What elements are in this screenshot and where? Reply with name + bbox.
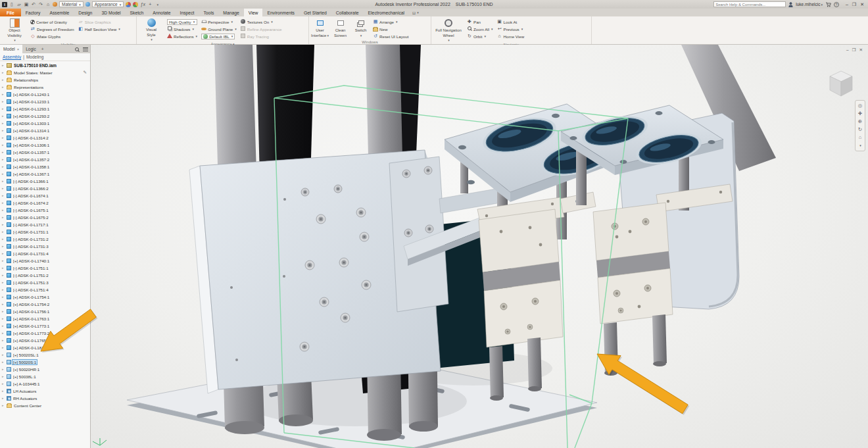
tree-item[interactable]: [-] ADSK-0-L1674:2 xyxy=(0,199,90,207)
home-icon[interactable]: ⌂ xyxy=(45,2,51,7)
tree-item[interactable]: [+] A-103445:1 xyxy=(0,380,90,387)
half-section-view-button[interactable]: ◧ Half Section View xyxy=(78,26,121,32)
color-palette-icon[interactable] xyxy=(126,2,131,7)
expand-chevron-icon[interactable] xyxy=(2,228,5,236)
tree-item[interactable]: [+] ADSK-0-L1303:1 xyxy=(0,120,90,127)
color-palette2-icon[interactable] xyxy=(133,2,138,7)
save-icon[interactable]: ▣ xyxy=(24,2,29,7)
tree-item[interactable]: [+] ADSK-0-L1763:1 xyxy=(0,315,90,322)
tree-item[interactable]: [-] ADSK-0-L1731:2 xyxy=(0,236,90,243)
expand-chevron-icon[interactable] xyxy=(2,351,5,359)
tree-item[interactable]: [+] ADSK-0-L1811:1 xyxy=(0,344,90,351)
tree-item[interactable]: [+] 50020HR:1 xyxy=(0,366,90,373)
orbit-button[interactable]: ↻ Orbit xyxy=(466,33,494,39)
navbar-zoom-icon[interactable]: ⊕ xyxy=(858,118,862,124)
zoom-all-button[interactable]: Zoom All xyxy=(466,26,494,32)
minimize-button[interactable]: – xyxy=(846,2,848,7)
expand-chevron-icon[interactable] xyxy=(2,322,5,330)
full-navigation-wheel-button[interactable]: Full Navigation Wheel xyxy=(433,18,464,42)
tree-item[interactable]: [-] ADSK-0-L1675:2 xyxy=(0,214,90,221)
expand-chevron-icon[interactable] xyxy=(2,76,5,84)
new-file-icon[interactable]: ▯ xyxy=(9,2,14,7)
ribbon-tab[interactable]: Get Started xyxy=(299,9,331,16)
navbar-orbit-icon[interactable]: ↻ xyxy=(858,126,862,132)
expand-chevron-icon[interactable] xyxy=(2,134,5,141)
tree-item[interactable]: [+] ADSK-0-L1243:1 xyxy=(0,91,90,98)
expand-chevron-icon[interactable] xyxy=(2,395,5,402)
search-input[interactable] xyxy=(713,1,786,7)
tree-item[interactable]: [-] ADSK-0-L1751:4 xyxy=(0,286,90,293)
tree-item[interactable]: [+] 50038L:1 xyxy=(0,373,90,380)
expand-chevron-icon[interactable] xyxy=(2,199,5,207)
expand-chevron-icon[interactable] xyxy=(2,402,5,409)
expand-chevron-icon[interactable] xyxy=(2,156,5,163)
center-of-gravity-button[interactable]: Center of Gravity xyxy=(30,18,75,25)
ribbon-tab[interactable]: Design xyxy=(74,9,97,16)
tree-item[interactable]: [-] ADSK-0-L1366:2 xyxy=(0,185,90,192)
ribbon-tab[interactable]: Sketch xyxy=(126,9,149,16)
tree-item[interactable]: [-] ADSK-0-L1314:2 xyxy=(0,134,90,141)
expand-chevron-icon[interactable] xyxy=(2,105,5,112)
expand-chevron-icon[interactable] xyxy=(2,272,5,279)
user-interface-button[interactable]: User Interface xyxy=(311,18,329,39)
expand-chevron-icon[interactable] xyxy=(2,170,5,178)
tree-item[interactable]: [+] ADSK-0-L1358:1 xyxy=(0,163,90,170)
tree-item[interactable]: Model States: Master xyxy=(0,69,90,76)
ribbon-tab[interactable]: Factory xyxy=(21,9,45,16)
mode-modeling-link[interactable]: Modeling xyxy=(26,55,43,59)
tree-item[interactable]: [+] ADSK-0-L1765:1 xyxy=(0,337,90,344)
expand-chevron-icon[interactable] xyxy=(2,98,5,105)
ribbon-tab[interactable]: File xyxy=(0,9,21,16)
expand-chevron-icon[interactable] xyxy=(2,62,5,69)
expand-chevron-icon[interactable] xyxy=(2,373,5,380)
expand-chevron-icon[interactable] xyxy=(2,366,5,373)
user-name[interactable]: luke.mihelcic xyxy=(796,2,823,7)
expand-chevron-icon[interactable] xyxy=(2,344,5,351)
material-dropdown[interactable]: Material xyxy=(59,1,84,7)
tree-item[interactable]: [+] ADSK-0-L1233:1 xyxy=(0,98,90,105)
expand-chevron-icon[interactable] xyxy=(2,178,5,185)
high-quality-dropdown[interactable]: High Quality xyxy=(166,18,198,25)
tree-item[interactable]: [+] ADSK-0-L1357:2 xyxy=(0,156,90,163)
textures-on-button[interactable]: Textures On xyxy=(240,18,283,25)
tree-item[interactable]: [+] ADSK-0-L1773:2 xyxy=(0,330,90,337)
visual-style-button[interactable]: Visual Style xyxy=(139,18,164,41)
degrees-of-freedom-button[interactable]: ⇄ Degrees of Freedom xyxy=(30,26,75,32)
doc-minimize-icon[interactable]: – xyxy=(846,47,849,53)
expand-chevron-icon[interactable] xyxy=(2,315,5,322)
qat-customize-icon[interactable] xyxy=(155,2,160,7)
tree-item[interactable]: Representations xyxy=(0,84,90,91)
expand-chevron-icon[interactable] xyxy=(2,141,5,149)
tree-item[interactable]: [+] ADSK-0-L1754:2 xyxy=(0,301,90,308)
tree-item[interactable]: Content Center xyxy=(0,402,90,409)
tree-item[interactable]: [-] ADSK-0-L1674:1 xyxy=(0,192,90,199)
browser-tab-model[interactable]: Model× xyxy=(0,45,22,53)
appearance-dropdown[interactable]: Appearance xyxy=(92,1,124,7)
navbar-more-icon[interactable] xyxy=(859,142,861,149)
tree-item[interactable]: [+] ADSK-0-L1773:1 xyxy=(0,322,90,330)
ribbon-tab[interactable]: Manage xyxy=(218,9,244,16)
tree-item[interactable]: [+] ADSK-0-L1754:1 xyxy=(0,293,90,301)
tree-item[interactable]: RH Actuators xyxy=(0,395,90,402)
ribbon-tab[interactable]: View xyxy=(244,9,263,16)
ribbon-tab[interactable]: Electromechanical xyxy=(364,9,410,16)
expand-chevron-icon[interactable] xyxy=(2,286,5,293)
tree-item[interactable]: Relationships xyxy=(0,76,90,84)
shadows-button[interactable]: Shadows xyxy=(166,26,198,32)
mode-assembly-link[interactable]: Assembly xyxy=(3,55,21,59)
inventor-logo-icon[interactable]: I xyxy=(2,2,7,7)
tree-item[interactable]: [+] ADSK-0-L1306:1 xyxy=(0,141,90,149)
ribbon-tab[interactable]: Annotate xyxy=(148,9,175,16)
reset-ui-layout-button[interactable]: ↺ Reset UI Layout xyxy=(372,33,409,39)
browser-add-tab-button[interactable]: + xyxy=(39,45,46,53)
expand-chevron-icon[interactable] xyxy=(2,387,5,395)
ribbon-tab[interactable]: 3D Model xyxy=(97,9,125,16)
expand-chevron-icon[interactable] xyxy=(2,250,5,257)
expand-chevron-icon[interactable] xyxy=(2,91,5,98)
tree-item[interactable]: [+] 50020S:1 xyxy=(0,359,90,366)
expand-chevron-icon[interactable] xyxy=(2,214,5,221)
navigation-bar[interactable]: ◎ ✚ ⊕ ↻ ⌂ xyxy=(855,100,865,151)
perspective-button[interactable]: Perspective xyxy=(201,18,237,25)
add-icon[interactable]: + xyxy=(147,2,153,7)
ribbon-tab[interactable]: Assemble xyxy=(45,9,74,16)
